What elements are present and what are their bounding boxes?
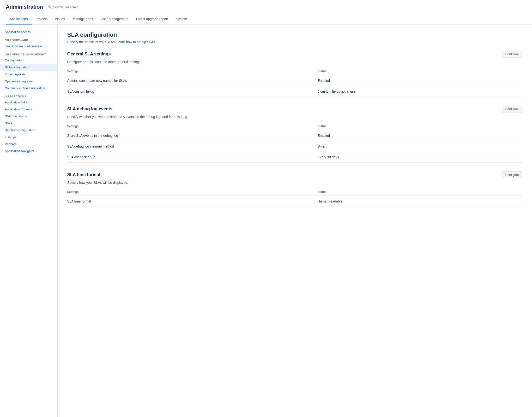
- nav-tab-latest-upgrade-report[interactable]: Latest upgrade report: [132, 14, 172, 24]
- setting-label: Store SLA events in the debug log: [67, 130, 318, 141]
- layout: Application accessJIRA SOFTWAREJira Soft…: [0, 25, 532, 417]
- configure-button-sla-debug-log-events[interactable]: Configure: [502, 105, 522, 113]
- sidebar-section-integrations: INTEGRATIONS: [0, 92, 57, 99]
- search-label: Search Jira admin: [53, 5, 78, 9]
- section-desc-sla-time-format: Specify how your SLAs will be displayed.: [67, 181, 522, 185]
- table-row: Store SLA events in the debug logEnabled: [67, 130, 522, 141]
- col-header-status: Status: [318, 188, 522, 196]
- section-title-sla-debug-log-events: SLA debug log events: [67, 106, 112, 112]
- section-desc-sla-debug-log-events: Specify whether you want to store SLA ev…: [67, 115, 522, 119]
- nav-tab-projects[interactable]: Projects: [32, 14, 52, 24]
- sidebar-item-configuration[interactable]: Configuration: [0, 57, 57, 64]
- learn-how-link[interactable]: Learn how to set up SLAs: [117, 40, 155, 44]
- search-icon: 🔍: [48, 5, 52, 9]
- section-desc-general-sla-settings: Configure permissions and other general …: [67, 60, 522, 64]
- sidebar-item-opsgenie-integration[interactable]: Opsgenie integration: [0, 78, 57, 85]
- section-header-general-sla-settings: General SLA settingsConfigure: [67, 51, 522, 58]
- sidebar-item-confluence-cloud[interactable]: Confluence Cloud integration: [0, 85, 57, 92]
- col-header-settings: Settings: [67, 123, 318, 130]
- subtitle-text: Specify the details of your SLAs.: [67, 40, 116, 44]
- sidebar-item-application-tunnels[interactable]: Application Tunnels: [0, 106, 57, 113]
- table-row: SLA event cleanupEvery 30 days: [67, 152, 522, 163]
- section-title-sla-time-format: SLA time format: [67, 172, 100, 177]
- col-header-settings: Settings: [67, 68, 318, 75]
- col-header-status: Status: [318, 68, 522, 75]
- top-bar: Administration 🔍 Search Jira admin: [0, 0, 532, 14]
- sections-container: General SLA settingsConfigureConfigure p…: [67, 51, 522, 207]
- section-sla-time-format: SLA time formatConfigureSpecify how your…: [67, 171, 522, 207]
- sla-configuration-subtitle: Specify the details of your SLAs. Learn …: [67, 40, 522, 44]
- section-sla-debug-log-events: SLA debug log eventsConfigureSpecify whe…: [67, 105, 522, 163]
- setting-label: SLA time format: [67, 196, 318, 207]
- settings-table-sla-time-format: SettingsStatusSLA time formatHuman reada…: [67, 188, 522, 207]
- setting-status: Smart: [318, 141, 522, 152]
- setting-status: 0 custom fields not in use: [318, 86, 522, 97]
- sidebar-item-slack[interactable]: Slack: [0, 120, 57, 127]
- setting-status: Every 30 days: [318, 152, 522, 163]
- sidebar-item-application-navigator[interactable]: Application Navigator: [0, 147, 57, 155]
- section-header-sla-time-format: SLA time formatConfigure: [67, 171, 522, 178]
- sidebar-item-dvcs-accounts[interactable]: DVCS accounts: [0, 113, 57, 120]
- sidebar-item-perforce[interactable]: Perforce: [0, 141, 57, 147]
- sidebar-section-jira-software: JIRA SOFTWARE: [0, 35, 57, 43]
- setting-status: Human readable: [318, 196, 522, 207]
- page-title: Administration: [6, 4, 43, 10]
- nav-tab-manage-apps[interactable]: Manage apps: [69, 14, 97, 24]
- section-title-general-sla-settings: General SLA settings: [67, 52, 111, 57]
- settings-table-general-sla-settings: SettingsStatusAdmins can create new name…: [67, 68, 522, 97]
- table-row: SLA time formatHuman readable: [67, 196, 522, 207]
- setting-label: SLA debug log cleanup method: [67, 141, 318, 152]
- section-general-sla-settings: General SLA settingsConfigureConfigure p…: [67, 51, 522, 97]
- nav-tab-applications[interactable]: Applications: [6, 14, 32, 24]
- nav-tab-user-management[interactable]: User management: [97, 14, 132, 24]
- setting-label: SLA event cleanup: [67, 152, 318, 163]
- sidebar: Application accessJIRA SOFTWAREJira Soft…: [0, 25, 58, 417]
- table-row: Admins can create new names for SLAsEnab…: [67, 75, 522, 86]
- sidebar-item-application-access[interactable]: Application access: [0, 29, 57, 35]
- sidebar-item-jira-software-config[interactable]: Jira Software configuration: [0, 43, 57, 50]
- sidebar-section-jira-service-management: JIRA SERVICE MANAGEMENT: [0, 50, 57, 57]
- sla-configuration-title: SLA configuration: [67, 31, 522, 38]
- sidebar-item-bamboo-configuration[interactable]: Bamboo configuration: [0, 127, 57, 134]
- sidebar-item-email-requests[interactable]: Email requests: [0, 71, 57, 78]
- nav-tab-system[interactable]: System: [172, 14, 191, 24]
- sidebar-item-fisheye[interactable]: FishEye: [0, 134, 57, 141]
- configure-button-general-sla-settings[interactable]: Configure: [502, 51, 522, 58]
- setting-status: Enabled: [318, 75, 522, 86]
- col-header-settings: Settings: [67, 188, 318, 196]
- sidebar-item-application-links[interactable]: Application links: [0, 99, 57, 106]
- setting-label: SLA custom fields: [67, 86, 318, 97]
- main-content: SLA configuration Specify the details of…: [58, 25, 532, 417]
- settings-table-sla-debug-log-events: SettingsStatusStore SLA events in the de…: [67, 123, 522, 163]
- section-header-sla-debug-log-events: SLA debug log eventsConfigure: [67, 105, 522, 113]
- setting-label: Admins can create new names for SLAs: [67, 75, 318, 86]
- table-row: SLA custom fields0 custom fields not in …: [67, 86, 522, 97]
- setting-status: Enabled: [318, 130, 522, 141]
- col-header-status: Status: [318, 123, 522, 130]
- sidebar-item-sla-configuration[interactable]: SLA configuration: [0, 64, 57, 71]
- nav-tabs: ApplicationsProjectsIssuesManage appsUse…: [0, 14, 532, 25]
- configure-button-sla-time-format[interactable]: Configure: [502, 171, 522, 178]
- nav-tab-issues[interactable]: Issues: [51, 14, 69, 24]
- table-row: SLA debug log cleanup methodSmart: [67, 141, 522, 152]
- search-area[interactable]: 🔍 Search Jira admin: [48, 5, 78, 9]
